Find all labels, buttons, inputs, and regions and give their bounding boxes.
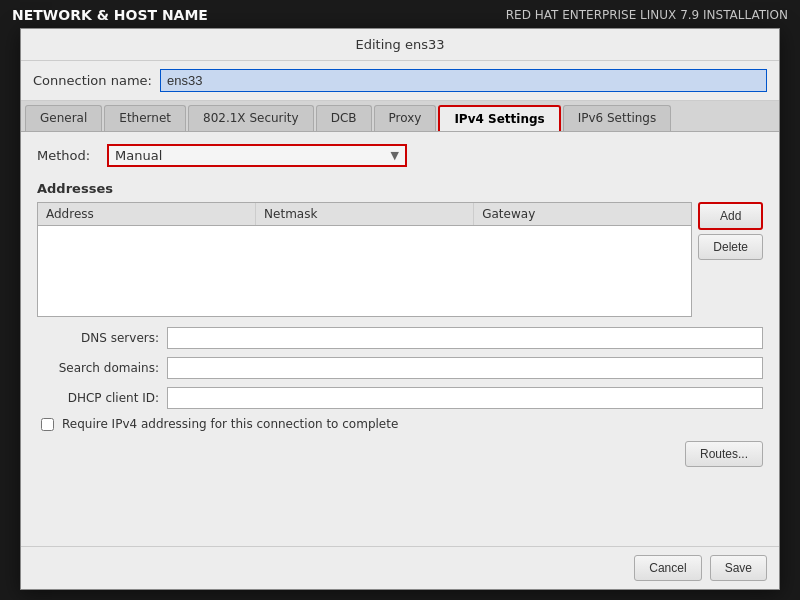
tab-ipv6[interactable]: IPv6 Settings	[563, 105, 672, 131]
addresses-area: Address Netmask Gateway Add Delete	[37, 202, 763, 317]
dropdown-arrow-icon: ▼	[391, 149, 399, 162]
add-button[interactable]: Add	[698, 202, 763, 230]
tab-proxy[interactable]: Proxy	[374, 105, 437, 131]
connection-name-label: Connection name:	[33, 73, 152, 88]
col-netmask: Netmask	[256, 203, 474, 225]
method-row: Method: Manual ▼	[37, 144, 763, 167]
dhcp-input[interactable]	[167, 387, 763, 409]
search-label: Search domains:	[37, 361, 167, 375]
address-table-header: Address Netmask Gateway	[38, 203, 691, 226]
dns-row: DNS servers:	[37, 327, 763, 349]
tab-ipv4[interactable]: IPv4 Settings	[438, 105, 560, 131]
tab-dcb[interactable]: DCB	[316, 105, 372, 131]
top-bar: NETWORK & HOST NAME RED HAT ENTERPRISE L…	[0, 0, 800, 30]
address-table: Address Netmask Gateway	[37, 202, 692, 317]
search-row: Search domains:	[37, 357, 763, 379]
addresses-section-title: Addresses	[37, 181, 763, 196]
search-input[interactable]	[167, 357, 763, 379]
delete-button[interactable]: Delete	[698, 234, 763, 260]
routes-row: Routes...	[37, 441, 763, 467]
tab-8021x[interactable]: 802.1X Security	[188, 105, 314, 131]
connection-name-row: Connection name:	[21, 61, 779, 101]
col-gateway: Gateway	[474, 203, 691, 225]
dialog: Editing ens33 Connection name: General E…	[20, 28, 780, 590]
dhcp-row: DHCP client ID:	[37, 387, 763, 409]
dns-input[interactable]	[167, 327, 763, 349]
dialog-title: Editing ens33	[21, 29, 779, 61]
tab-ethernet[interactable]: Ethernet	[104, 105, 186, 131]
app-title: NETWORK & HOST NAME	[12, 7, 208, 23]
method-select[interactable]: Manual ▼	[107, 144, 407, 167]
address-buttons: Add Delete	[698, 202, 763, 317]
cancel-button[interactable]: Cancel	[634, 555, 701, 581]
dialog-footer: Cancel Save	[21, 546, 779, 589]
tab-general[interactable]: General	[25, 105, 102, 131]
col-address: Address	[38, 203, 256, 225]
dialog-content: Method: Manual ▼ Addresses Address Netma…	[21, 132, 779, 546]
address-table-body	[38, 226, 691, 316]
method-value: Manual	[115, 148, 383, 163]
routes-button[interactable]: Routes...	[685, 441, 763, 467]
checkbox-row: Require IPv4 addressing for this connect…	[37, 417, 763, 431]
connection-name-input[interactable]	[160, 69, 767, 92]
save-button[interactable]: Save	[710, 555, 767, 581]
dhcp-label: DHCP client ID:	[37, 391, 167, 405]
checkbox-label: Require IPv4 addressing for this connect…	[62, 417, 398, 431]
require-ipv4-checkbox[interactable]	[41, 418, 54, 431]
method-label: Method:	[37, 148, 97, 163]
install-title: RED HAT ENTERPRISE LINUX 7.9 INSTALLATIO…	[506, 8, 788, 22]
dns-label: DNS servers:	[37, 331, 167, 345]
tabs-bar: General Ethernet 802.1X Security DCB Pro…	[21, 101, 779, 132]
